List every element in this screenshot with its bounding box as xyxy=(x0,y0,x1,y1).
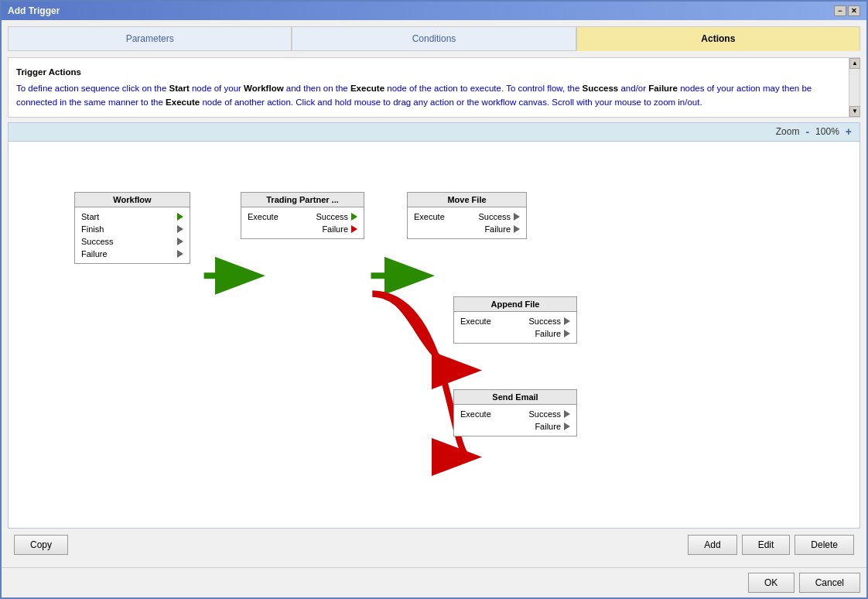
workflow-finish-port[interactable] xyxy=(177,225,183,233)
workflow-start-row: Start xyxy=(81,211,183,223)
send-email-title: Send Email xyxy=(454,390,576,405)
desc-text3: and then on the xyxy=(284,84,350,93)
move-file-body: Execute Success Failure xyxy=(408,207,526,238)
titlebar: Add Trigger − ✕ xyxy=(2,2,866,20)
se-execute-row: Execute Success xyxy=(460,408,570,420)
move-file-title: Move File xyxy=(408,193,526,207)
description-text: To define action sequence click on the S… xyxy=(16,82,852,109)
canvas-area[interactable]: Zoom - 100% + xyxy=(8,122,860,529)
workflow-success-row: Success xyxy=(81,235,183,248)
copy-button[interactable]: Copy xyxy=(14,535,68,555)
desc-text1: To define action sequence click on the xyxy=(16,84,169,93)
titlebar-buttons: − ✕ xyxy=(834,5,860,16)
desc-execute: Execute xyxy=(350,84,384,93)
desc-text5: and/or xyxy=(618,84,648,93)
tp-failure-row: Failure xyxy=(248,223,357,235)
zoom-plus[interactable]: + xyxy=(846,125,852,138)
ok-button[interactable]: OK xyxy=(748,573,795,593)
workflow-node-title: Workflow xyxy=(75,193,190,207)
desc-text4: node of the action to execute. To contro… xyxy=(384,84,583,93)
main-window: Add Trigger − ✕ Parameters Conditions Ac… xyxy=(0,0,868,599)
tp-execute-row: Execute Success xyxy=(248,211,357,223)
mf-failure-port[interactable] xyxy=(514,225,520,233)
zoom-bar: Zoom - 100% + xyxy=(9,123,859,142)
footer-left: Copy xyxy=(14,535,68,555)
mf-execute-row: Execute Success xyxy=(414,211,520,223)
bottom-bar: OK Cancel xyxy=(2,567,866,597)
append-file-title: Append File xyxy=(454,297,576,312)
scrollbar-down[interactable]: ▼ xyxy=(849,106,860,117)
af-success-label: Success xyxy=(528,317,561,326)
desc-start: Start xyxy=(169,84,190,93)
se-failure-row: Failure xyxy=(460,420,570,433)
tab-parameters[interactable]: Parameters xyxy=(8,26,292,51)
workflow-start-port[interactable] xyxy=(177,213,183,221)
workflow-node[interactable]: Workflow Start Finish Success xyxy=(74,192,190,264)
desc-text7: node of another action. Click and hold m… xyxy=(200,98,702,107)
window-title: Add Trigger xyxy=(8,5,60,16)
af-failure-port[interactable] xyxy=(564,330,570,337)
mf-failure-label: Failure xyxy=(484,224,511,234)
workflow-failure-label: Failure xyxy=(81,249,108,258)
workflow-success-port[interactable] xyxy=(177,238,183,245)
mf-success-port[interactable] xyxy=(514,213,520,221)
tp-execute-label: Execute xyxy=(248,212,279,221)
delete-button[interactable]: Delete xyxy=(795,535,854,555)
zoom-label: Zoom xyxy=(776,126,800,137)
af-execute-row: Execute Success xyxy=(460,315,570,327)
zoom-minus[interactable]: - xyxy=(805,125,809,138)
description-scrollbar[interactable]: ▲ ▼ xyxy=(849,58,859,117)
add-button[interactable]: Add xyxy=(688,535,736,555)
trading-partner-body: Execute Success Failure xyxy=(241,207,364,238)
main-content: Trigger Actions To define action sequenc… xyxy=(2,51,866,567)
se-failure-port[interactable] xyxy=(564,423,570,430)
tp-success-port[interactable] xyxy=(351,213,357,221)
workflow-failure-row: Failure xyxy=(81,248,183,260)
move-file-node[interactable]: Move File Execute Success Failure xyxy=(407,192,527,239)
trading-partner-title: Trading Partner ... xyxy=(241,193,364,207)
tp-failure-label: Failure xyxy=(322,224,348,234)
af-failure-row: Failure xyxy=(460,327,570,340)
append-file-node[interactable]: Append File Execute Success Failure xyxy=(453,296,577,344)
scrollbar-up[interactable]: ▲ xyxy=(849,58,860,69)
se-execute-label: Execute xyxy=(460,409,491,419)
zoom-value: 100% xyxy=(815,126,839,137)
desc-execute2: Execute xyxy=(166,98,200,107)
trading-partner-node[interactable]: Trading Partner ... Execute Success Fail… xyxy=(241,192,364,239)
close-button[interactable]: ✕ xyxy=(848,5,860,16)
description-box: Trigger Actions To define action sequenc… xyxy=(8,57,860,118)
se-failure-label: Failure xyxy=(535,422,561,431)
desc-success: Success xyxy=(583,84,619,93)
tp-success-label: Success xyxy=(316,212,348,221)
workflow-finish-label: Finish xyxy=(81,224,104,234)
tab-actions[interactable]: Actions xyxy=(576,26,860,51)
se-success-label: Success xyxy=(528,409,561,419)
minimize-button[interactable]: − xyxy=(834,5,846,16)
af-failure-label: Failure xyxy=(535,329,561,338)
tab-bar: Parameters Conditions Actions xyxy=(2,20,866,51)
footer-right: Add Edit Delete xyxy=(688,535,854,555)
canvas-inner[interactable]: Workflow Start Finish Success xyxy=(9,142,859,528)
send-email-body: Execute Success Failure xyxy=(454,405,576,436)
workflow-node-body: Start Finish Success Failure xyxy=(75,207,190,263)
desc-failure: Failure xyxy=(648,84,678,93)
desc-workflow: Workflow xyxy=(244,84,284,93)
desc-text2: node of your xyxy=(190,84,244,93)
mf-success-label: Success xyxy=(478,212,511,221)
description-title: Trigger Actions xyxy=(16,66,852,79)
edit-button[interactable]: Edit xyxy=(742,535,791,555)
workflow-start-label: Start xyxy=(81,212,99,221)
mf-failure-row: Failure xyxy=(414,223,520,235)
se-success-port[interactable] xyxy=(564,410,570,418)
append-file-body: Execute Success Failure xyxy=(454,312,576,343)
workflow-failure-port[interactable] xyxy=(177,250,183,258)
tp-failure-port[interactable] xyxy=(351,225,357,233)
tab-conditions[interactable]: Conditions xyxy=(292,26,576,51)
cancel-button[interactable]: Cancel xyxy=(799,573,860,593)
workflow-success-label: Success xyxy=(81,237,114,246)
mf-execute-label: Execute xyxy=(414,212,445,221)
af-success-port[interactable] xyxy=(564,317,570,325)
footer-buttons: Copy Add Edit Delete xyxy=(8,529,860,561)
workflow-finish-row: Finish xyxy=(81,223,183,235)
send-email-node[interactable]: Send Email Execute Success Failure xyxy=(453,389,577,436)
